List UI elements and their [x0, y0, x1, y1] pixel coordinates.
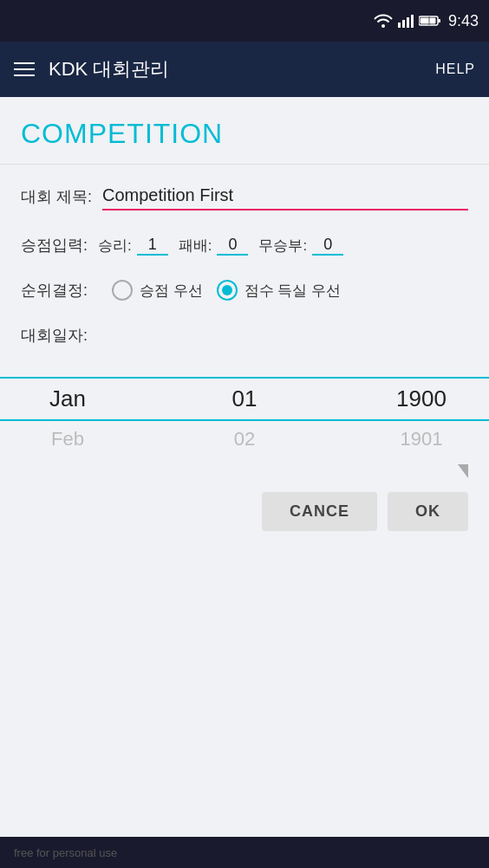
win-label: 승리: [98, 236, 132, 256]
win-input[interactable] [137, 236, 168, 256]
wifi-icon [374, 14, 393, 28]
draw-group: 무승부: [258, 236, 343, 256]
status-time: 9:43 [448, 12, 479, 30]
battery-icon [419, 15, 441, 27]
month-selected[interactable]: Jan [0, 379, 156, 419]
date-picker[interactable]: Jan Feb 01 02 1900 1901 [0, 370, 489, 464]
status-icons [374, 14, 441, 28]
svg-rect-3 [411, 15, 414, 28]
date-picker-wrapper[interactable]: Jan Feb 01 02 1900 1901 [0, 370, 489, 464]
date-label: 대회일자: [21, 325, 88, 346]
day-column[interactable]: 01 02 [156, 377, 333, 457]
app-bar: KDK 대회관리 HELP [0, 42, 489, 97]
score-label: 승점입력: [21, 235, 88, 256]
title-label: 대회 제목: [21, 186, 92, 207]
rank-row: 순위결정: 승점 우선 점수 득실 우선 [21, 280, 468, 301]
bottom-bar: free for personal use [0, 837, 489, 868]
radio-circle-1[interactable] [112, 280, 133, 301]
month-bottom-line [0, 419, 156, 421]
day-top-line [156, 377, 333, 379]
menu-button[interactable] [14, 62, 35, 76]
ok-button[interactable]: OK [388, 492, 468, 531]
month-column[interactable]: Jan Feb [0, 377, 156, 457]
score-inputs: 승리: 패배: 무승부: [98, 236, 343, 256]
title-row: 대회 제목: [21, 182, 468, 211]
radio-circle-2[interactable] [217, 280, 238, 301]
day-selected[interactable]: 01 [156, 379, 333, 419]
svg-rect-0 [398, 23, 401, 28]
app-title: KDK 대회관리 [49, 56, 421, 82]
year-selected[interactable]: 1900 [333, 379, 489, 419]
rank-option-2-label: 점수 득실 우선 [244, 281, 341, 301]
radio-dot-2 [222, 285, 232, 295]
loss-group: 패배: [179, 236, 249, 256]
svg-rect-2 [407, 17, 409, 28]
loss-label: 패배: [179, 236, 212, 256]
month-top-line [0, 377, 156, 379]
month-next[interactable]: Feb [0, 421, 156, 457]
svg-rect-6 [420, 18, 435, 24]
svg-rect-1 [402, 20, 405, 28]
rank-option-1[interactable]: 승점 우선 [112, 280, 203, 301]
date-label-row: 대회일자: [21, 325, 468, 346]
dialog-title-section: COMPETITION [0, 97, 489, 165]
signal-icon [398, 14, 414, 28]
dialog-title: COMPETITION [21, 118, 223, 149]
scroll-triangle-icon [458, 464, 468, 478]
day-next[interactable]: 02 [156, 421, 333, 457]
loss-input[interactable] [217, 236, 248, 256]
dialog-body: 대회 제목: 승점입력: 승리: 패배: 무승부: [0, 165, 489, 370]
bottom-text: free for personal use [14, 846, 117, 859]
rank-label: 순위결정: [21, 280, 88, 301]
scroll-indicator [0, 464, 489, 485]
title-input-wrapper [102, 182, 468, 211]
rank-option-1-label: 승점 우선 [140, 281, 203, 301]
draw-input[interactable] [312, 236, 343, 256]
year-column[interactable]: 1900 1901 [333, 377, 489, 457]
help-button[interactable]: HELP [435, 62, 475, 77]
day-bottom-line [156, 419, 333, 421]
rank-option-2[interactable]: 점수 득실 우선 [217, 280, 341, 301]
year-next[interactable]: 1901 [333, 421, 489, 457]
score-row: 승점입력: 승리: 패배: 무승부: [21, 235, 468, 256]
year-bottom-line [333, 419, 489, 421]
draw-label: 무승부: [258, 236, 307, 256]
svg-rect-5 [438, 19, 440, 23]
win-group: 승리: [98, 236, 168, 256]
status-bar: 9:43 [0, 0, 489, 42]
dialog-buttons: CANCE OK [0, 485, 489, 545]
competition-title-input[interactable] [102, 182, 468, 211]
year-top-line [333, 377, 489, 379]
dialog-card: COMPETITION 대회 제목: 승점입력: 승리: 패배: [0, 97, 489, 837]
cancel-button[interactable]: CANCE [262, 492, 377, 531]
